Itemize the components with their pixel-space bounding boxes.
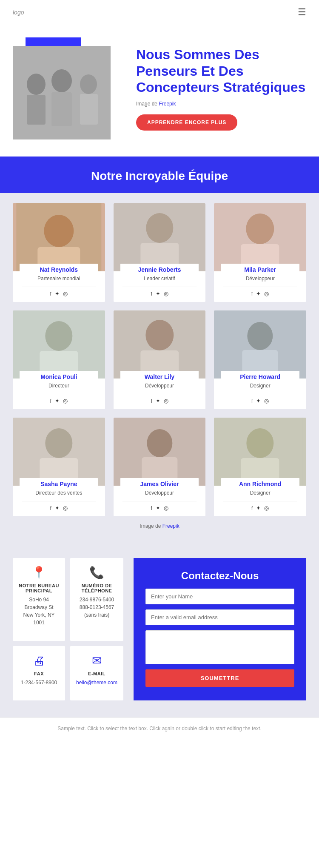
team-section: Notre Incroyable Équipe Nat Reynolds Par… xyxy=(0,157,319,545)
team-member-name: James Olivier xyxy=(124,481,195,487)
facebook-icon[interactable]: f xyxy=(151,505,152,511)
phone-card: 📞 NUMÉRO DE TÉLÉPHONE 234-9876-5400888-0… xyxy=(70,558,123,641)
team-member-photo xyxy=(13,203,105,271)
team-card: Jennie Roberts Leader créatif f ✦ ◎ xyxy=(114,203,206,302)
hamburger-menu-icon[interactable]: ☰ xyxy=(298,7,306,18)
team-member-role: Directeur xyxy=(48,383,69,389)
hero-text: Nous Sommes Des Penseurs Et Des Concepte… xyxy=(136,46,306,130)
hero-credit-link[interactable]: Freepik xyxy=(159,101,176,107)
facebook-icon[interactable]: f xyxy=(50,290,52,297)
team-member-role: Développeur xyxy=(145,383,174,389)
instagram-icon[interactable]: ◎ xyxy=(63,398,68,404)
team-card: Walter Lily Développeur f ✦ ◎ xyxy=(114,310,206,409)
team-card: Sasha Payne Directeur des ventes f ✦ ◎ xyxy=(13,418,105,516)
facebook-icon[interactable]: f xyxy=(251,505,253,511)
svg-point-32 xyxy=(247,428,274,458)
team-member-name: Mila Parker xyxy=(225,266,296,273)
team-social-links: f ✦ ◎ xyxy=(50,290,68,302)
fax-title: FAX xyxy=(34,671,44,676)
facebook-icon[interactable]: f xyxy=(50,398,52,404)
instagram-icon[interactable]: ◎ xyxy=(264,290,269,297)
team-member-photo xyxy=(214,418,306,486)
twitter-icon[interactable]: ✦ xyxy=(55,398,60,404)
instagram-icon[interactable]: ◎ xyxy=(63,290,68,297)
hero-section: Nous Sommes Des Penseurs Et Des Concepte… xyxy=(0,25,319,157)
submit-button[interactable]: SOUMETTRE xyxy=(145,669,294,687)
hero-image-block xyxy=(13,37,123,139)
team-social-links: f ✦ ◎ xyxy=(151,505,168,516)
twitter-icon[interactable]: ✦ xyxy=(55,505,60,511)
team-member-photo xyxy=(13,310,105,379)
team-credit: Image de Freepik xyxy=(13,516,306,532)
instagram-icon[interactable]: ◎ xyxy=(63,505,68,511)
team-member-name: Nat Reynolds xyxy=(23,266,94,273)
team-member-role: Directeur des ventes xyxy=(35,490,82,496)
message-input[interactable] xyxy=(145,630,294,664)
email-icon: ✉ xyxy=(92,654,102,668)
divider xyxy=(223,501,297,501)
instagram-icon[interactable]: ◎ xyxy=(164,398,168,404)
team-card-name-bar: Sasha Payne xyxy=(20,478,98,488)
twitter-icon[interactable]: ✦ xyxy=(156,290,160,297)
twitter-icon[interactable]: ✦ xyxy=(256,290,261,297)
name-input[interactable] xyxy=(145,589,294,604)
facebook-icon[interactable]: f xyxy=(251,398,253,404)
team-social-links: f ✦ ◎ xyxy=(151,290,168,302)
hero-credit: Image de Freepik xyxy=(136,101,306,107)
phone-icon: 📞 xyxy=(89,566,104,580)
hero-photo-svg xyxy=(13,46,111,139)
svg-point-14 xyxy=(246,213,274,244)
contact-info-grid: 📍 NOTRE BUREAU PRINCIPAL SoHo 94 Broadwa… xyxy=(13,558,123,700)
learn-more-button[interactable]: APPRENDRE ENCORE PLUS xyxy=(136,114,237,131)
logo: logo xyxy=(13,9,24,16)
email-input[interactable] xyxy=(145,609,294,625)
team-member-name: Monica Pouli xyxy=(23,373,94,380)
team-member-photo xyxy=(114,203,206,271)
team-credit-link[interactable]: Freepik xyxy=(162,523,179,529)
twitter-icon[interactable]: ✦ xyxy=(256,398,261,404)
office-card: 📍 NOTRE BUREAU PRINCIPAL SoHo 94 Broadwa… xyxy=(13,558,65,641)
team-social-links: f ✦ ◎ xyxy=(151,398,168,409)
twitter-icon[interactable]: ✦ xyxy=(156,398,160,404)
twitter-icon[interactable]: ✦ xyxy=(55,290,60,297)
email-link[interactable]: hello@theme.com xyxy=(76,680,117,686)
team-member-role: Designer xyxy=(250,383,271,389)
instagram-icon[interactable]: ◎ xyxy=(164,505,168,511)
twitter-icon[interactable]: ✦ xyxy=(256,505,261,511)
location-icon: 📍 xyxy=(31,566,46,580)
facebook-icon[interactable]: f xyxy=(151,290,152,297)
svg-point-11 xyxy=(146,213,173,243)
svg-point-20 xyxy=(145,320,174,350)
instagram-icon[interactable]: ◎ xyxy=(264,398,269,404)
svg-point-29 xyxy=(147,429,172,457)
contact-section: 📍 NOTRE BUREAU PRINCIPAL SoHo 94 Broadwa… xyxy=(0,545,319,717)
team-card-name-bar: Monica Pouli xyxy=(20,371,98,381)
hero-photo xyxy=(13,46,111,139)
team-member-name: Walter Lily xyxy=(124,373,195,380)
phone-numbers: 234-9876-5400888-0123-4567 (sans frais) xyxy=(76,596,117,619)
team-member-role: Développeur xyxy=(246,276,275,282)
instagram-icon[interactable]: ◎ xyxy=(164,290,168,297)
divider xyxy=(122,287,196,287)
team-member-role: Designer xyxy=(250,490,271,496)
team-title: Notre Incroyable Équipe xyxy=(0,169,319,183)
instagram-icon[interactable]: ◎ xyxy=(264,505,269,511)
divider xyxy=(122,501,196,501)
team-member-photo xyxy=(214,310,306,379)
team-card-name-bar: Mila Parker xyxy=(221,264,299,274)
contact-form-wrapper: Contactez-Nous SOUMETTRE xyxy=(134,558,306,700)
team-card-name-bar: James Olivier xyxy=(120,478,199,488)
facebook-icon[interactable]: f xyxy=(151,398,152,404)
divider xyxy=(122,394,196,394)
svg-point-23 xyxy=(248,322,273,350)
team-social-links: f ✦ ◎ xyxy=(50,505,68,516)
twitter-icon[interactable]: ✦ xyxy=(156,505,160,511)
divider xyxy=(223,287,297,287)
team-member-name: Jennie Roberts xyxy=(124,266,195,273)
team-card-name-bar: Nat Reynolds xyxy=(20,264,98,274)
facebook-icon[interactable]: f xyxy=(50,505,52,511)
email-address: hello@theme.com xyxy=(76,679,117,686)
fax-card: 🖨 FAX 1-234-567-8900 xyxy=(13,646,65,701)
svg-point-26 xyxy=(45,428,72,458)
facebook-icon[interactable]: f xyxy=(251,290,253,297)
